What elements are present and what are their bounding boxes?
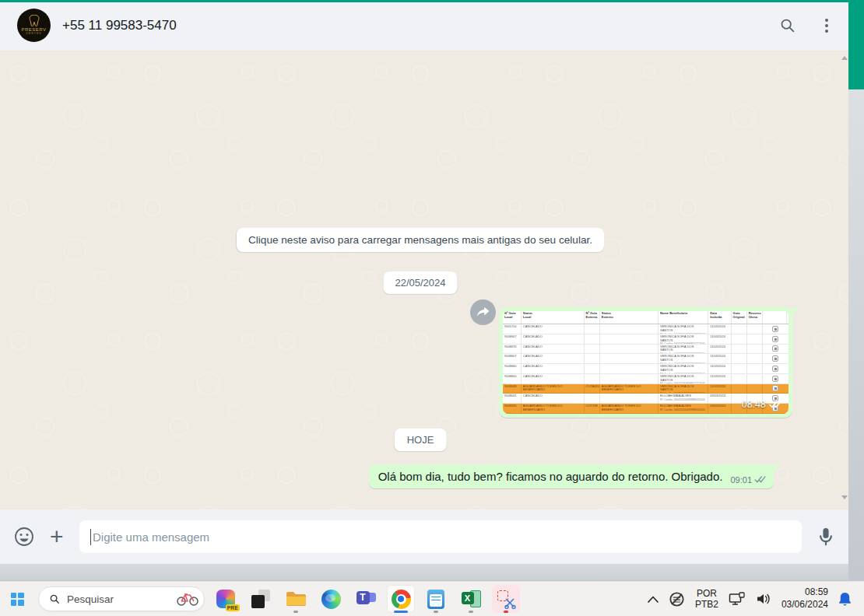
start-button[interactable] [3,585,31,613]
table-cell [732,364,747,373]
background-window-strip [848,0,864,581]
table-cell-date: 11/03/2024 [708,334,731,344]
table-cell [747,334,763,344]
table-cell [585,354,600,363]
table-cell-action [763,354,787,363]
attached-image[interactable]: Nº Guia LocalStatus LocalNº Guia Externa… [503,311,788,414]
row-action-button[interactable] [772,336,778,342]
background-window-teal [848,0,864,89]
clock-time: 08:59 [781,586,828,599]
row-action-button[interactable] [772,385,778,391]
table-cell [747,354,763,363]
table-cell [732,334,747,344]
row-action-button[interactable] [772,366,778,372]
table-cell-action [763,345,787,354]
taskbar-item-desktops[interactable] [247,585,275,613]
tray-show-hidden-icons[interactable] [648,596,659,603]
taskbar: Pesquisar PRE [0,581,864,616]
forward-message-button[interactable] [470,299,496,325]
menu-button[interactable] [822,16,831,36]
table-row: 9008648AGUARDANDO TOKEN DO BENEFICIARIOC… [503,384,788,394]
table-cell: CANCELADO [522,364,585,373]
taskbar-item-copilot[interactable]: PRE [212,585,240,613]
running-indicator [469,611,473,613]
scrollbar-down-arrow[interactable] [841,495,848,499]
message-text: Olá bom dia, tudo bem? ficamos no aguard… [378,470,723,483]
table-cell: AGUARDANDO TOKEN DO BENEFICIARIO [522,404,585,413]
copilot-pre-badge: PRE [226,604,240,611]
table-cell-date: 11/03/2024 [708,374,731,383]
today-separator: HOJE [395,429,447,451]
table-cell: 9008041 [503,394,522,403]
table-cell-action [763,334,787,344]
tray-language-switcher[interactable]: POR PTB2 [695,588,718,611]
taskbar-item-file-explorer[interactable] [282,585,310,613]
table-header-cell [763,311,787,324]
chat-header: PRESERV DENTES +55 11 99583-5470 [0,0,848,51]
folder-icon [286,590,307,607]
message-time: 09:01 [730,475,752,485]
table-cell [585,324,600,334]
table-cell-beneficiary: VERONICA SOFIA DOS SANTOSNº Cartão: 0002… [659,374,708,383]
table-cell-action [763,364,787,373]
table-row: 9008600CANCELADOVERONICA SOFIA DOS SANTO… [503,374,788,384]
message-input[interactable]: Digite uma mensagem [79,520,802,553]
table-cell: COT198 [585,404,600,413]
tray-volume[interactable] [756,593,771,605]
scrollbar-up-arrow[interactable] [841,56,848,60]
window-top-edge [0,0,848,2]
table-cell [747,345,763,354]
table-cell [600,394,659,403]
emoji-button[interactable] [14,527,34,547]
row-action-button[interactable] [772,326,778,332]
taskbar-item-notepad[interactable] [422,585,450,613]
running-indicator [293,611,298,613]
chevron-up-icon [648,596,659,603]
taskbar-item-chrome[interactable] [387,585,415,613]
excel-icon: X [462,590,481,608]
avatar-brand-subtext: DENTES [26,32,41,36]
table-cell-date: 09/03/2024 [708,394,731,403]
contact-avatar[interactable]: PRESERV DENTES [17,9,51,42]
microphone-icon [817,527,834,547]
voice-message-button[interactable] [817,527,834,547]
table-cell-beneficiary: VERONICA SOFIA DOS SANTOSNº Cartão: 0002… [659,354,708,363]
taskbar-item-teams[interactable]: T [352,585,380,613]
message-composer: + Digite uma mensagem [0,509,848,564]
tray-notifications[interactable] [838,592,852,607]
load-older-messages-banner[interactable]: Clique neste aviso para carregar mensage… [237,228,604,252]
taskbar-item-excel[interactable]: X [457,585,485,613]
table-cell [600,354,659,363]
search-icon [49,593,60,604]
taskbar-search[interactable]: Pesquisar [38,586,205,611]
row-action-button[interactable] [772,355,778,362]
outgoing-image-message[interactable]: Nº Guia LocalStatus LocalNº Guia Externa… [499,307,792,418]
tray-network-display[interactable] [729,592,746,606]
input-placeholder: Digite uma mensagem [93,530,209,544]
search-icon [779,17,796,33]
search-button[interactable] [779,17,796,33]
table-cell: CANCELADO [522,324,585,334]
tray-status-icon[interactable] [669,591,685,607]
table-row: 9008676CANCELADOVERONICA SOFIA DOS SANTO… [503,345,788,355]
row-action-button[interactable] [772,376,778,382]
notification-bell-icon [838,592,852,607]
table-cell [585,364,600,373]
table-cell-date: 11/03/2024 [708,354,731,363]
table-cell [600,364,659,373]
table-cell-beneficiary: VERONICA SOFIA DOS SANTOSNº Cartão: 0002… [659,364,708,373]
table-header-cell: Status Externo [600,311,659,324]
taskbar-item-edge[interactable] [317,585,345,613]
taskbar-item-snipping-tool[interactable] [492,585,520,613]
table-cell: CANCELADO [522,374,585,383]
attach-button[interactable]: + [50,525,64,548]
tray-clock[interactable]: 08:59 03/06/2024 [781,586,828,611]
contact-phone-title[interactable]: +55 11 99583-5470 [62,18,177,33]
table-cell: AGUARDANDO TOKEN DO BENEFICIARIO [600,404,659,413]
table-cell [747,384,763,394]
table-row: 9005714CANCELADOVERONICA SOFIA DOS SANTO… [503,324,788,334]
windows-logo-icon [11,593,24,606]
row-action-button[interactable] [772,345,778,352]
active-indicator [394,611,408,613]
running-indicator [434,611,438,613]
